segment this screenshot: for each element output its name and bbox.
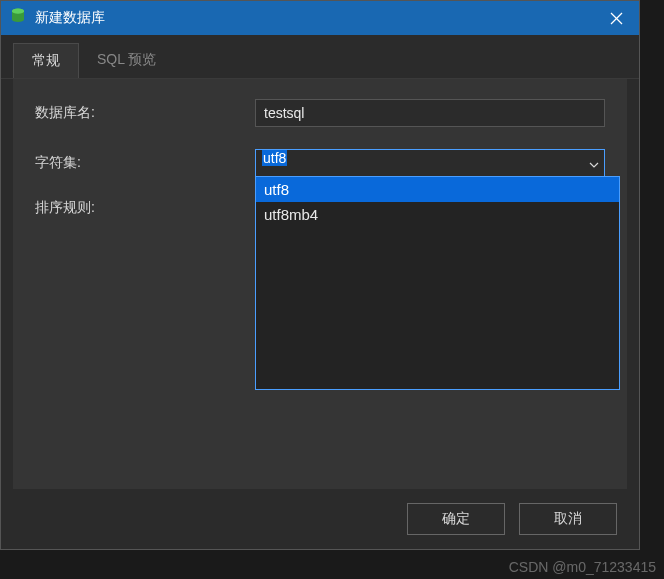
db-name-input[interactable] — [255, 99, 605, 127]
new-database-dialog: 新建数据库 常规 SQL 预览 数据库名: 字符集: utf8 — [0, 0, 640, 550]
titlebar-left: 新建数据库 — [9, 7, 105, 29]
collation-label: 排序规则: — [35, 199, 265, 217]
tab-general[interactable]: 常规 — [13, 43, 79, 78]
charset-selected-text: utf8 — [262, 150, 287, 166]
tab-sql-preview[interactable]: SQL 预览 — [79, 43, 174, 78]
charset-label: 字符集: — [35, 154, 255, 172]
button-bar: 确定 取消 — [1, 489, 639, 549]
dialog-title: 新建数据库 — [35, 9, 105, 27]
database-icon — [9, 7, 27, 29]
close-button[interactable] — [593, 1, 639, 35]
charset-dropdown: utf8 utf8mb4 — [255, 176, 620, 390]
tabs: 常规 SQL 预览 — [1, 35, 639, 79]
watermark: CSDN @m0_71233415 — [509, 559, 656, 575]
svg-point-1 — [12, 9, 24, 14]
row-db-name: 数据库名: — [35, 99, 605, 127]
charset-option-utf8[interactable]: utf8 — [256, 177, 619, 202]
titlebar: 新建数据库 — [1, 1, 639, 35]
close-icon — [610, 12, 623, 25]
charset-option-utf8mb4[interactable]: utf8mb4 — [256, 202, 619, 227]
charset-input[interactable]: utf8 — [255, 149, 605, 177]
row-charset: 字符集: utf8 utf8 utf8mb4 — [35, 149, 605, 177]
cancel-button[interactable]: 取消 — [519, 503, 617, 535]
db-name-label: 数据库名: — [35, 104, 255, 122]
charset-combo[interactable]: utf8 utf8 utf8mb4 — [255, 149, 605, 177]
content-area: 数据库名: 字符集: utf8 utf8 utf8mb4 排序规则: — [13, 79, 627, 489]
ok-button[interactable]: 确定 — [407, 503, 505, 535]
